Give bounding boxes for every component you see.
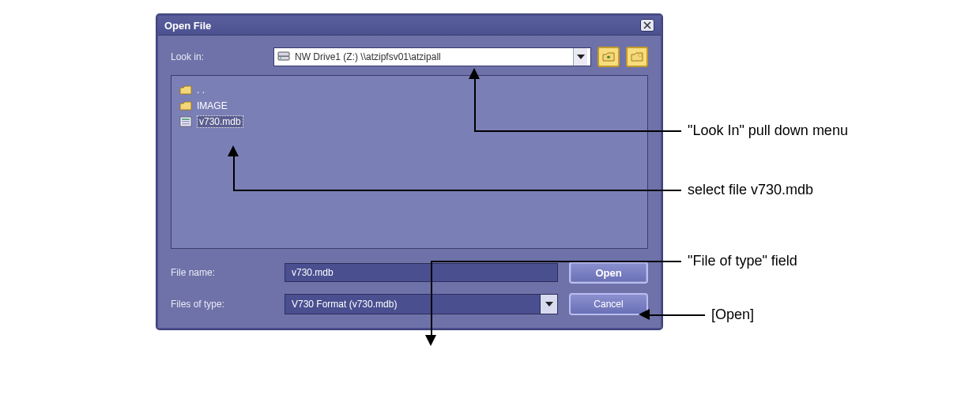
annotation-lookin: "Look In" pull down menu — [688, 122, 848, 139]
annotation-line — [431, 261, 681, 262]
annotation-selectfile: select file v730.mdb — [688, 182, 813, 198]
chevron-down-icon — [545, 302, 553, 307]
annotation-filetype: "File of type" field — [688, 253, 797, 269]
list-item-parent[interactable]: . . — [178, 82, 641, 98]
arrowhead-icon — [469, 68, 480, 79]
list-item-file-selected[interactable]: v730.mdb — [178, 114, 641, 130]
close-icon — [643, 21, 651, 29]
folder-icon — [179, 100, 192, 111]
new-folder-button[interactable] — [626, 47, 648, 67]
up-one-level-button[interactable] — [597, 47, 620, 67]
open-button[interactable]: Open — [569, 261, 648, 284]
svg-rect-1 — [278, 52, 289, 56]
list-item-folder[interactable]: IMAGE — [178, 98, 641, 114]
filetype-value: V730 Format (v730.mdb) — [285, 299, 540, 310]
file-icon — [179, 116, 192, 127]
file-list[interactable]: . . IMAGE v730.mdb — [171, 75, 648, 249]
titlebar[interactable]: Open File — [158, 16, 661, 36]
filename-input[interactable]: v730.mdb — [285, 263, 558, 282]
annotation-line — [233, 155, 235, 190]
filename-label: File name: — [171, 267, 273, 278]
cancel-button[interactable]: Cancel — [569, 293, 648, 315]
open-button-label: Open — [595, 267, 621, 279]
folder-icon — [179, 85, 192, 96]
chevron-down-icon — [577, 55, 585, 59]
annotation-line — [474, 76, 476, 131]
list-item-label: . . — [197, 85, 205, 96]
annotation-line — [474, 130, 681, 132]
svg-rect-4 — [182, 118, 190, 120]
lookin-label: Look in: — [171, 51, 273, 62]
bottom-controls: File name: v730.mdb Open Files of type: … — [171, 261, 648, 315]
lookin-row: Look in: NW Drive1 (Z:) \\atzipfsv01\atz… — [171, 47, 648, 67]
annotation-line — [648, 314, 705, 316]
filetype-label: Files of type: — [171, 299, 273, 310]
new-folder-icon — [631, 51, 643, 62]
arrowhead-icon — [425, 335, 436, 346]
list-item-label: v730.mdb — [197, 115, 243, 128]
lookin-dropdown-button[interactable] — [573, 48, 587, 66]
dialog-title: Open File — [164, 20, 211, 32]
annotation-line — [431, 261, 432, 337]
folder-up-icon — [602, 51, 615, 62]
arrowhead-icon — [228, 145, 239, 156]
annotation-line — [233, 190, 681, 191]
cancel-button-label: Cancel — [594, 299, 623, 310]
filename-value: v730.mdb — [292, 267, 334, 278]
svg-rect-5 — [182, 121, 190, 122]
open-file-dialog: Open File Look in: NW Drive1 (Z:) \\atzi… — [156, 14, 662, 329]
filetype-dropdown-button[interactable] — [540, 295, 557, 314]
svg-rect-6 — [182, 123, 190, 125]
filetype-dropdown[interactable]: V730 Format (v730.mdb) — [285, 294, 558, 314]
lookin-value: NW Drive1 (Z:) \\atzipfsv01\atzipall — [295, 51, 573, 62]
list-item-label: IMAGE — [197, 100, 228, 111]
annotation-open: [Open] — [711, 307, 754, 323]
lookin-dropdown[interactable]: NW Drive1 (Z:) \\atzipfsv01\atzipall — [273, 47, 591, 66]
svg-point-2 — [280, 58, 281, 59]
arrowhead-icon — [639, 309, 650, 320]
close-button[interactable] — [640, 19, 654, 32]
network-drive-icon — [277, 51, 290, 63]
